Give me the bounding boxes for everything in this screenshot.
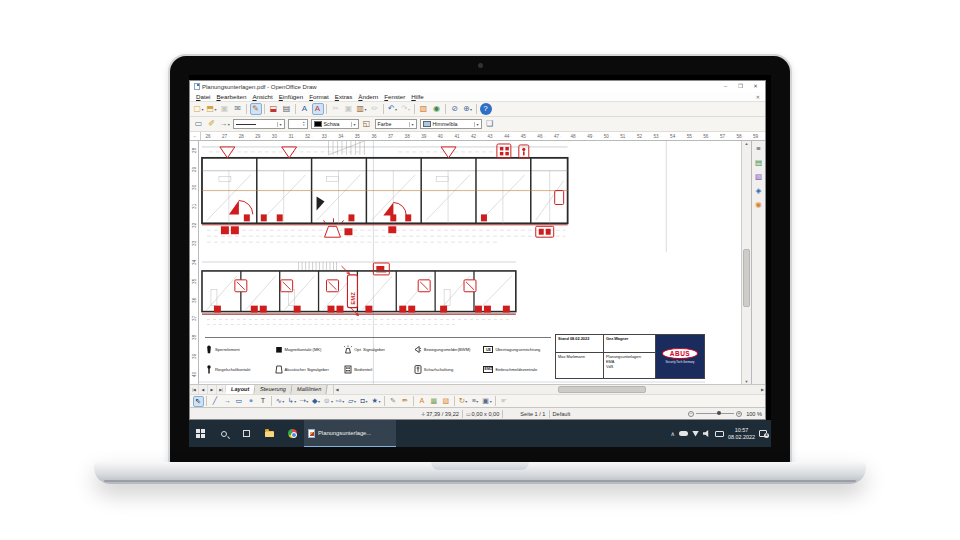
help-deck-button[interactable]: ◉ <box>753 199 764 210</box>
alignment-button[interactable]: ≡▾ <box>470 396 481 407</box>
taskbar-task-view-button[interactable] <box>235 420 258 447</box>
touch-keyboard-icon[interactable] <box>715 431 724 437</box>
line-color-select[interactable]: Schwa ▾ <box>311 119 359 129</box>
vertical-scrollbar[interactable]: ▲ ▼ <box>741 141 751 384</box>
line-arrow-end-button[interactable]: → <box>222 396 233 407</box>
spellcheck-button[interactable]: A <box>299 103 311 115</box>
minimize-button[interactable]: – <box>718 81 733 92</box>
menu-item-hilfe[interactable]: Hilfe <box>408 93 426 100</box>
zoom-button[interactable]: ⊕▾ <box>462 103 474 115</box>
insert-gallery-button[interactable]: ▧ <box>441 396 452 407</box>
print-button[interactable]: ▤ <box>281 103 293 115</box>
zoom-in-icon[interactable]: + <box>736 411 742 417</box>
zoom-out-icon[interactable]: − <box>688 411 694 417</box>
first-page-button[interactable]: |◀ <box>190 385 199 394</box>
zoom-slider[interactable]: − + <box>688 411 742 417</box>
stepper-arrows-icon[interactable]: ▴▾ <box>303 121 305 127</box>
help-button[interactable]: ? <box>480 103 492 115</box>
flowchart-button[interactable]: ▱▾ <box>347 396 358 407</box>
taskbar-chrome-button[interactable] <box>281 420 304 447</box>
line-style-select[interactable]: ▾ <box>233 119 285 129</box>
area-fill-button[interactable]: ◱ <box>361 118 373 130</box>
arrow-heads-button[interactable]: →▾ <box>219 118 231 130</box>
menu-item-einfügen[interactable]: Einfügen <box>276 93 306 100</box>
zoom-thumb[interactable] <box>717 411 721 415</box>
tab-layout[interactable]: Layout <box>225 385 256 394</box>
menu-item-extras[interactable]: Extras <box>332 93 356 100</box>
fill-type-select[interactable]: Farbe ▾ <box>375 119 417 129</box>
menu-item-datei[interactable]: Datei <box>193 93 213 100</box>
vertical-ruler[interactable]: 28293031323334353637383940 <box>190 141 199 384</box>
ellipse-button[interactable]: ● <box>246 396 257 407</box>
action-center-icon[interactable]: 4 <box>759 430 767 437</box>
taskbar-file-explorer-button[interactable] <box>258 420 281 447</box>
menu-item-bearbeiten[interactable]: Bearbeiten <box>213 93 249 100</box>
insert-image-button[interactable]: ▦ <box>429 396 440 407</box>
tab-maßlinien[interactable]: Maßlinien <box>292 385 329 394</box>
menu-item-ändern[interactable]: Ändern <box>355 93 381 100</box>
auto-spellcheck-button[interactable]: A <box>312 103 324 115</box>
stars-button[interactable]: ★▾ <box>371 396 382 407</box>
glue-points-button[interactable]: ✏ <box>400 396 411 407</box>
drawing-canvas[interactable]: EMZ <box>199 141 741 384</box>
zoom-previous-button[interactable]: ⊘ <box>449 103 461 115</box>
arrange-button[interactable]: ▣▾ <box>482 396 493 407</box>
lines-arrows-button[interactable]: ⇢▾ <box>299 396 310 407</box>
export-pdf-button[interactable]: ⬓ <box>268 103 280 115</box>
select-button[interactable]: ⇖ <box>193 396 204 407</box>
horizontal-scrollbar[interactable]: ◀ ▶ <box>333 385 765 394</box>
rectangle-button[interactable]: ▭ <box>234 396 245 407</box>
document-close-button[interactable]: ✕ <box>756 94 762 100</box>
block-arrows-button[interactable]: ⇨▾ <box>335 396 346 407</box>
gallery-button[interactable]: ▧ <box>418 103 430 115</box>
gallery-deck-button[interactable]: ▧ <box>753 171 764 182</box>
scroll-down-icon[interactable]: ▼ <box>742 379 751 384</box>
menu-item-ansicht[interactable]: Ansicht <box>249 93 275 100</box>
open-document-button[interactable]: ⬒▾ <box>206 103 218 115</box>
volume-icon[interactable] <box>703 430 711 437</box>
maximize-button[interactable]: ❐ <box>733 81 748 92</box>
zoom-track[interactable] <box>696 413 734 414</box>
undo-button[interactable]: ↶▾ <box>387 103 399 115</box>
horizontal-ruler[interactable]: 2627282930313233343536373839404142434445… <box>201 132 765 140</box>
horizontal-scroll-thumb[interactable] <box>558 386 646 393</box>
properties-button[interactable]: ▤ <box>753 157 764 168</box>
curve-button[interactable]: ∿▾ <box>275 396 286 407</box>
close-button[interactable]: ✕ <box>748 81 763 92</box>
hyperlink-button[interactable]: ◉ <box>431 103 443 115</box>
fontwork-button[interactable]: A <box>417 396 428 407</box>
page-style[interactable]: Default <box>553 411 571 417</box>
edit-file-button[interactable]: ✎ <box>250 103 262 115</box>
shadow-button[interactable]: ❏ <box>484 118 496 130</box>
onedrive-icon[interactable] <box>679 431 688 436</box>
line-button[interactable]: ╱ <box>210 396 221 407</box>
menu-item-fenster[interactable]: Fenster <box>381 93 408 100</box>
scroll-up-icon[interactable]: ▲ <box>742 141 751 146</box>
sidebar-menu-button[interactable]: ≡ <box>753 143 764 154</box>
new-document-button[interactable]: ▢▾ <box>193 103 205 115</box>
menu-item-format[interactable]: Format <box>306 93 332 100</box>
text-button[interactable]: T <box>258 396 269 407</box>
taskbar-app-planungsunterlagen[interactable]: Planungsunterlage... <box>304 420 396 447</box>
taskbar-start-button[interactable] <box>189 420 212 447</box>
basic-shapes-button[interactable]: ◆▾ <box>311 396 322 407</box>
line-width-stepper[interactable]: ▴▾ <box>288 119 308 129</box>
symbol-shapes-button[interactable]: ☺▾ <box>323 396 334 407</box>
scroll-right-icon[interactable]: ▶ <box>761 385 764 395</box>
edit-points-button[interactable]: ✎ <box>388 396 399 407</box>
scroll-left-icon[interactable]: ◀ <box>335 385 338 395</box>
tab-steuerung[interactable]: Steuerung <box>255 385 293 394</box>
styles-panel-button[interactable]: ▭ <box>193 118 205 130</box>
line-tool-button[interactable]: ✐ <box>206 118 218 130</box>
connector-button[interactable]: ↳▾ <box>287 396 298 407</box>
taskbar-search-button[interactable] <box>212 420 235 447</box>
navigator-button[interactable]: ◈ <box>753 185 764 196</box>
network-icon[interactable] <box>692 431 699 437</box>
paste-button[interactable]: ▥▾ <box>356 103 368 115</box>
callouts-button[interactable]: ◘▾ <box>359 396 370 407</box>
email-button[interactable]: ✉ <box>232 103 244 115</box>
zoom-level[interactable]: 100 % <box>746 411 762 417</box>
fill-color-select[interactable]: Himmelbla ▾ <box>420 119 482 129</box>
vertical-scroll-thumb[interactable] <box>743 249 750 307</box>
rotate-button[interactable]: ↻▾ <box>458 396 469 407</box>
